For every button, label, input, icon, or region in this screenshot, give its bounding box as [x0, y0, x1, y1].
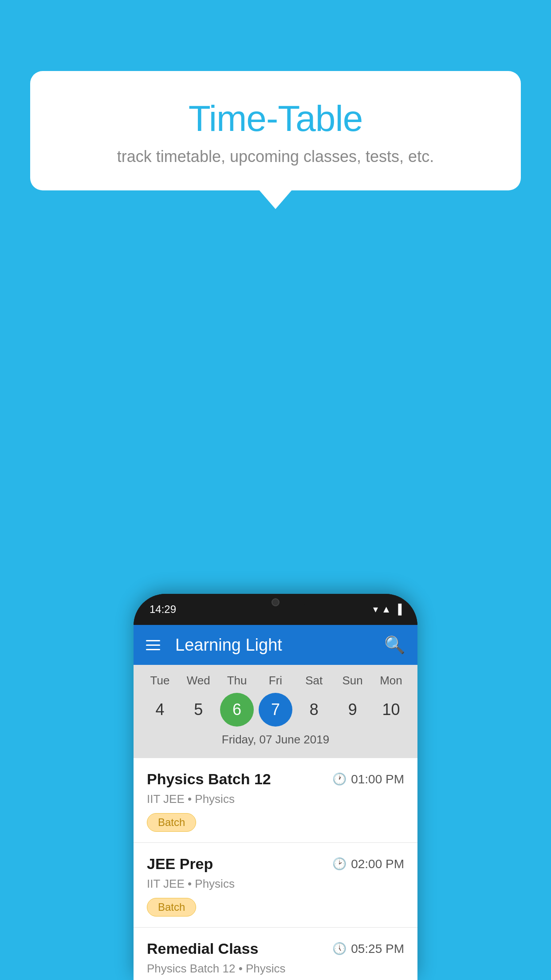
- schedule-item-header-1: Physics Batch 12 🕐 01:00 PM: [147, 771, 404, 788]
- clock-icon-3: 🕔: [332, 942, 346, 956]
- camera: [272, 598, 279, 606]
- app-title: Learning Light: [171, 636, 374, 655]
- notch: [244, 594, 307, 611]
- day-header-mon: Mon: [374, 674, 408, 688]
- status-bar: 14:29 ▾ ▲ ▐: [134, 594, 417, 625]
- speech-bubble-container: Time-Table track timetable, upcoming cla…: [30, 71, 521, 190]
- calendar-strip: Tue Wed Thu Fri Sat Sun Mon 4 5 6 7 8 9 …: [134, 665, 417, 758]
- schedule-meta-2: IIT JEE • Physics: [147, 877, 404, 891]
- day-header-tue: Tue: [143, 674, 177, 688]
- day-6-today[interactable]: 6: [220, 693, 254, 727]
- day-5[interactable]: 5: [181, 693, 215, 727]
- schedule-meta-3: Physics Batch 12 • Physics: [147, 962, 404, 976]
- schedule-item-remedial[interactable]: Remedial Class 🕔 05:25 PM Physics Batch …: [134, 928, 417, 980]
- schedule-item-jee-prep[interactable]: JEE Prep 🕑 02:00 PM IIT JEE • Physics Ba…: [134, 843, 417, 928]
- schedule-item-header-3: Remedial Class 🕔 05:25 PM: [147, 940, 404, 957]
- schedule-title-2: JEE Prep: [147, 855, 213, 873]
- day-8[interactable]: 8: [297, 693, 331, 727]
- schedule-time-3: 🕔 05:25 PM: [332, 942, 404, 956]
- speech-bubble: Time-Table track timetable, upcoming cla…: [30, 71, 521, 190]
- day-9[interactable]: 9: [336, 693, 370, 727]
- phone-mockup: 14:29 ▾ ▲ ▐ Learning Light 🔍: [134, 594, 417, 980]
- schedule-time-1: 🕐 01:00 PM: [332, 772, 404, 786]
- day-4[interactable]: 4: [143, 693, 177, 727]
- day-10[interactable]: 10: [374, 693, 408, 727]
- day-header-thu: Thu: [220, 674, 254, 688]
- day-header-sat: Sat: [297, 674, 331, 688]
- day-header-wed: Wed: [181, 674, 215, 688]
- status-icons: ▾ ▲ ▐: [373, 604, 401, 615]
- day-header-fri: Fri: [259, 674, 292, 688]
- clock-icon-2: 🕑: [332, 857, 346, 871]
- search-button[interactable]: 🔍: [384, 635, 405, 655]
- bubble-subtitle: track timetable, upcoming classes, tests…: [52, 147, 499, 166]
- status-time: 14:29: [150, 603, 176, 616]
- menu-button[interactable]: [146, 640, 160, 650]
- bubble-title: Time-Table: [52, 98, 499, 139]
- wifi-icon: ▾: [373, 604, 378, 615]
- batch-badge-2: Batch: [147, 898, 196, 917]
- signal-icon: ▲: [382, 604, 391, 615]
- schedule-meta-1: IIT JEE • Physics: [147, 792, 404, 806]
- schedule-title-3: Remedial Class: [147, 940, 258, 957]
- app-screen: Learning Light 🔍 Tue Wed Thu Fri Sat Sun…: [134, 625, 417, 980]
- schedule-item-header-2: JEE Prep 🕑 02:00 PM: [147, 855, 404, 873]
- batch-badge-1: Batch: [147, 813, 196, 832]
- clock-icon-1: 🕐: [332, 772, 346, 786]
- time-value-3: 05:25 PM: [351, 942, 404, 956]
- schedule-list: Physics Batch 12 🕐 01:00 PM IIT JEE • Ph…: [134, 758, 417, 980]
- app-bar: Learning Light 🔍: [134, 625, 417, 665]
- selected-date-label: Friday, 07 June 2019: [134, 727, 417, 754]
- day-headers: Tue Wed Thu Fri Sat Sun Mon: [134, 674, 417, 688]
- schedule-title-1: Physics Batch 12: [147, 771, 271, 788]
- day-7-selected[interactable]: 7: [259, 693, 292, 727]
- time-value-2: 02:00 PM: [351, 857, 404, 871]
- schedule-item-physics-batch[interactable]: Physics Batch 12 🕐 01:00 PM IIT JEE • Ph…: [134, 758, 417, 843]
- time-value-1: 01:00 PM: [351, 772, 404, 786]
- day-header-sun: Sun: [336, 674, 370, 688]
- schedule-time-2: 🕑 02:00 PM: [332, 857, 404, 871]
- phone-wrapper: 14:29 ▾ ▲ ▐ Learning Light 🔍: [134, 594, 417, 980]
- day-numbers: 4 5 6 7 8 9 10: [134, 693, 417, 727]
- battery-icon: ▐: [394, 604, 401, 615]
